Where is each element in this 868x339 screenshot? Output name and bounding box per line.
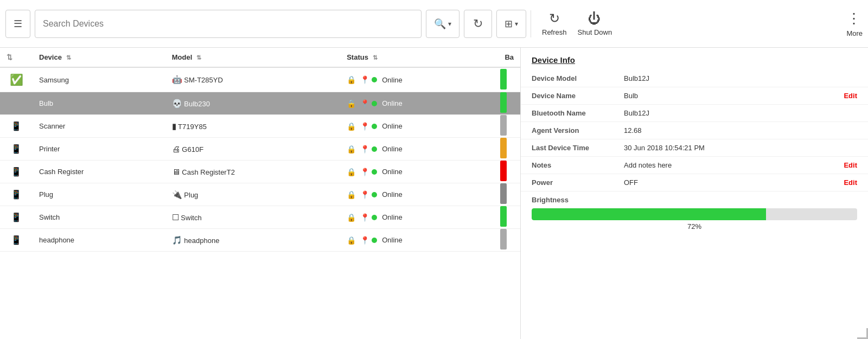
refresh-action[interactable]: ↻ Refresh <box>542 11 567 36</box>
status-sort-icon: ⇅ <box>373 54 378 61</box>
grid-view-button[interactable]: ⊞ ▾ <box>496 10 526 38</box>
table-row[interactable]: Bulb💀 Bulb230 🔒 📍 Online <box>0 92 520 115</box>
status-dot <box>372 169 377 175</box>
main-content: ⇅ Device ⇅ Model ⇅ Status ⇅ <box>0 48 868 339</box>
edit-link[interactable]: Edit <box>838 92 857 100</box>
status-text: Online <box>382 168 403 176</box>
toolbar-left: ☰ 🔍 ▾ ↻ ⊞ ▾ <box>5 10 526 38</box>
table-row[interactable]: 📱Scanner▮ T719Y85 🔒 📍 Online <box>0 115 520 138</box>
resize-handle[interactable] <box>857 328 868 339</box>
android-icon: 🤖 <box>172 75 182 84</box>
col-ba[interactable]: Ba <box>498 48 520 67</box>
status-dot <box>372 192 377 197</box>
row-check-cell: 📱 <box>0 115 33 138</box>
col-device[interactable]: Device ⇅ <box>33 48 165 67</box>
brightness-bar-bg <box>532 208 857 220</box>
status-dot <box>372 77 377 82</box>
pin-icon: 📍 <box>360 168 369 176</box>
refresh-list-icon: ↻ <box>473 17 483 31</box>
status-cell: 🔒 📍 Online <box>340 138 498 161</box>
printer-icon: 🖨 <box>172 144 180 153</box>
color-bar <box>500 229 507 250</box>
search-input[interactable] <box>35 10 422 38</box>
info-value: Bulb <box>624 92 832 100</box>
headphone-icon: 🎵 <box>172 235 182 245</box>
panel-wrapper: Device Info Device Model Bulb12J Device … <box>521 48 868 339</box>
row-check-cell: 📱 <box>0 183 33 206</box>
info-value: Bulb12J <box>624 109 857 117</box>
table-row[interactable]: 📱Plug🔌 Plug 🔒 📍 Online <box>0 183 520 206</box>
edit-link[interactable]: Edit <box>838 178 857 187</box>
bar-cell <box>498 206 520 229</box>
bar-cell <box>498 138 520 161</box>
device-name-cell: Plug <box>33 183 165 206</box>
lock-icon: 🔒 <box>347 190 356 199</box>
row-check-cell <box>0 92 33 115</box>
shutdown-action[interactable]: ⏻ Shut Down <box>578 11 612 36</box>
device-name-cell: Switch <box>33 206 165 229</box>
bar-cell <box>498 183 520 206</box>
table-row[interactable]: ✅Samsung🤖 SM-T285YD 🔒 📍 Online <box>0 67 520 92</box>
model-col-label: Model <box>172 53 193 61</box>
color-bar <box>500 92 507 113</box>
info-row: Notes Add notes here Edit <box>521 157 868 174</box>
status-dot <box>372 146 377 152</box>
col-model[interactable]: Model ⇅ <box>165 48 340 67</box>
pin-icon: 📍 <box>360 122 369 131</box>
info-label: Device Name <box>532 92 618 100</box>
brightness-section: Brightness 72% <box>521 191 868 233</box>
table-row[interactable]: 📱Cash Register🖥 Cash RegisterT2 🔒 📍 Onli… <box>0 161 520 183</box>
pin-icon: 📍 <box>360 213 369 222</box>
lock-icon: 🔒 <box>347 122 356 131</box>
color-bar <box>500 161 507 181</box>
device-table-container: ⇅ Device ⇅ Model ⇅ Status ⇅ <box>0 48 521 339</box>
model-cell: 💀 Bulb230 <box>165 92 340 115</box>
device-type-icon: 📱 <box>11 167 22 176</box>
col-status[interactable]: Status ⇅ <box>340 48 498 67</box>
edit-link[interactable]: Edit <box>838 161 857 169</box>
status-dot <box>372 124 377 129</box>
color-bar <box>500 138 507 158</box>
info-value: 12.68 <box>624 126 857 135</box>
pin-icon: 📍 <box>360 236 369 245</box>
device-type-icon: 📱 <box>11 121 22 131</box>
search-button[interactable]: 🔍 ▾ <box>426 10 459 38</box>
search-icon: 🔍 <box>434 18 446 30</box>
status-cell: 🔒 📍 Online <box>340 92 498 115</box>
device-type-icon: 📱 <box>11 144 22 153</box>
table-row[interactable]: 📱headphone🎵 headphone 🔒 📍 Online <box>0 229 520 252</box>
row-check-cell: ✅ <box>0 67 33 92</box>
ba-col-label: Ba <box>505 53 514 61</box>
info-row: Device Name Bulb Edit <box>521 87 868 105</box>
model-sort-icon: ⇅ <box>196 54 201 61</box>
refresh-list-button[interactable]: ↻ <box>464 10 492 38</box>
device-type-icon: 📱 <box>11 213 22 222</box>
status-cell: 🔒 📍 Online <box>340 161 498 183</box>
grid-dropdown-arrow: ▾ <box>515 20 518 28</box>
plug-icon: 🔌 <box>172 190 182 199</box>
search-dropdown-arrow: ▾ <box>448 20 451 28</box>
color-bar <box>500 206 507 227</box>
status-text: Online <box>382 236 403 244</box>
device-name-cell: Cash Register <box>33 161 165 183</box>
table-row[interactable]: 📱Switch☐ Switch 🔒 📍 Online <box>0 206 520 229</box>
status-text: Online <box>382 213 403 221</box>
lock-icon: 🔒 <box>347 168 356 176</box>
lock-icon: 🔒 <box>347 236 356 245</box>
info-label: Notes <box>532 161 618 169</box>
status-dot <box>372 101 377 106</box>
info-value: OFF <box>624 178 832 187</box>
menu-button[interactable]: ☰ <box>5 10 30 38</box>
row-check-cell: 📱 <box>0 229 33 252</box>
panel-title: Device Info <box>521 48 868 70</box>
pin-icon: 📍 <box>360 145 369 153</box>
device-name-cell: Scanner <box>33 115 165 138</box>
device-name-cell: Printer <box>33 138 165 161</box>
more-label: More <box>846 29 863 37</box>
device-name-cell: Bulb <box>33 92 165 115</box>
status-dot <box>372 238 377 243</box>
table-row[interactable]: 📱Printer🖨 G610F 🔒 📍 Online <box>0 138 520 161</box>
status-text: Online <box>382 145 403 153</box>
status-dot <box>372 215 377 220</box>
more-action[interactable]: ⋮ More <box>846 10 863 37</box>
